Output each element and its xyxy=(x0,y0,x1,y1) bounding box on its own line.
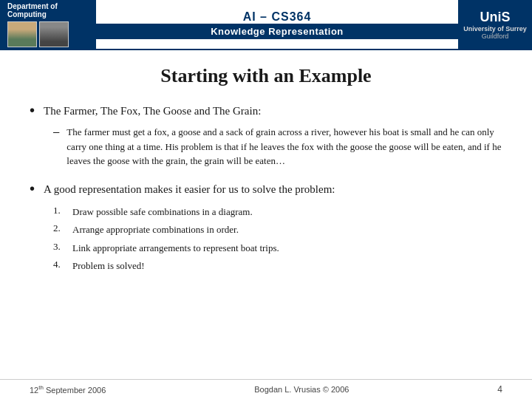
footer-date: 12th September 2006 xyxy=(30,384,106,395)
uni-logo-area: UniS University of Surrey Guildford xyxy=(458,0,532,49)
thumb-1 xyxy=(7,21,37,47)
item-text: Link appropriate arrangements to represe… xyxy=(72,241,279,256)
thumbnail-images xyxy=(7,21,89,47)
bullet-1-text: The Farmer, The Fox, The Goose and The G… xyxy=(44,103,261,119)
item-text: Draw possible safe combinations in a dia… xyxy=(72,205,253,219)
footer-author: Bogdan L. Vrusias © 2006 xyxy=(254,385,349,394)
bullet-section-2: • A good representation makes it easier … xyxy=(30,182,502,273)
sub-text-1: The farmer must get a fox, a goose and a… xyxy=(66,125,502,168)
item-num: 3. xyxy=(53,241,66,253)
slide-footer: 12th September 2006 Bogdan L. Vrusias © … xyxy=(0,379,532,399)
bullet-dot-2: • xyxy=(30,180,35,197)
slide-header: Department of Computing AI – CS364 Knowl… xyxy=(0,0,532,50)
item-num: 1. xyxy=(53,205,66,216)
dept-label: Department of Computing xyxy=(7,2,89,18)
bullet-dot-1: • xyxy=(30,102,35,119)
course-code: AI – CS364 xyxy=(243,10,312,24)
bullet-section-1: • The Farmer, The Fox, The Goose and The… xyxy=(30,103,502,168)
sub-bullet-1: – The farmer must get a fox, a goose and… xyxy=(53,125,502,168)
numbered-list: 1.Draw possible safe combinations in a d… xyxy=(53,205,502,273)
thumb-2 xyxy=(39,21,69,47)
numbered-item: 3.Link appropriate arrangements to repre… xyxy=(53,241,502,256)
numbered-item: 2.Arrange appropriate combinations in or… xyxy=(53,222,502,237)
dept-logo-area: Department of Computing xyxy=(0,0,96,49)
item-text: Arrange appropriate combinations in orde… xyxy=(72,222,239,237)
uni-name: University of Surrey xyxy=(463,25,527,33)
numbered-item: 4.Problem is solved! xyxy=(53,259,502,273)
subtitle: Knowledge Representation xyxy=(96,24,458,39)
uni-abbr: UniS xyxy=(480,10,510,25)
header-center: AI – CS364 Knowledge Representation xyxy=(96,0,458,49)
bullet-item-2: • A good representation makes it easier … xyxy=(30,182,502,197)
bullet-item-1: • The Farmer, The Fox, The Goose and The… xyxy=(30,103,502,119)
sub-dash-1: – xyxy=(53,125,59,137)
slide-title: Starting with an Example xyxy=(30,65,502,87)
item-num: 4. xyxy=(53,259,66,270)
numbered-item: 1.Draw possible safe combinations in a d… xyxy=(53,205,502,219)
item-num: 2. xyxy=(53,222,66,234)
bullet-2-text: A good representation makes it easier fo… xyxy=(44,182,335,197)
slide-content: Starting with an Example • The Farmer, T… xyxy=(0,50,532,294)
footer-page: 4 xyxy=(497,384,502,395)
uni-location: Guildford xyxy=(482,33,509,40)
item-text: Problem is solved! xyxy=(72,259,145,273)
